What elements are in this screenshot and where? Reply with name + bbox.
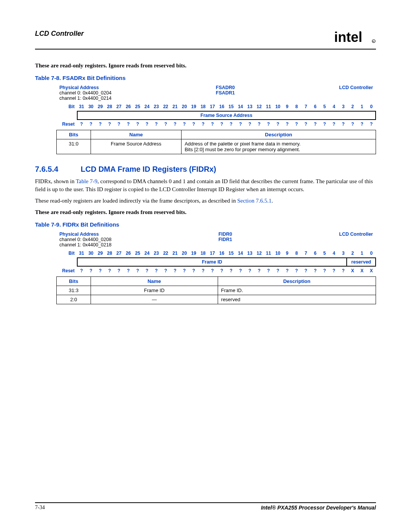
reset-val: ? (357, 120, 367, 128)
reset-val: ? (86, 267, 96, 275)
table8-module: LCD Controller (339, 85, 373, 101)
table9-head: Bits Name Description (57, 277, 376, 286)
reset-val: ? (255, 267, 264, 275)
bit-num: 22 (161, 102, 170, 111)
phys-line-0: channel 0: 0x4400_0208 (59, 237, 112, 242)
section-p2: These read-only registers are loaded ind… (35, 197, 376, 204)
bit-num: 24 (142, 102, 152, 111)
bit-num: 16 (217, 102, 226, 111)
bit-num: 3 (339, 249, 348, 257)
reset-val: ? (282, 120, 292, 128)
intro-note: These are read-only registers. Ignore re… (35, 62, 376, 69)
p2a: These read-only registers are loaded ind… (35, 198, 237, 204)
bit-num: 26 (124, 249, 133, 257)
reset-val: ? (339, 267, 348, 275)
bit-num: 11 (264, 249, 273, 257)
col-bits: Bits (57, 277, 91, 286)
reset-val: ? (255, 120, 264, 128)
bit-num: 18 (198, 102, 208, 111)
bit-num: 21 (170, 249, 180, 257)
bit-num: 25 (133, 102, 142, 111)
bit-num: 28 (105, 102, 115, 111)
section-link[interactable]: Section 7.6.5.1 (237, 198, 271, 204)
bit-num: 12 (255, 102, 264, 111)
bit-num: 8 (292, 102, 301, 111)
col-desc: Description (182, 130, 376, 139)
phys-line-1: channel 1: 0x4400_0214 (59, 96, 112, 101)
reset-val: ? (301, 120, 311, 128)
regname-0: FIDR0 (218, 232, 232, 237)
bit-num: 27 (114, 102, 124, 111)
bit-num: 28 (105, 249, 115, 257)
reset-val: ? (329, 120, 339, 128)
table9-caption: Table 7-9. FIDRx Bit Definitions (35, 221, 376, 228)
regname-1: FIDR1 (218, 237, 232, 242)
p2b: . (271, 198, 273, 204)
reset-val: ? (311, 120, 320, 128)
col-desc: Description (218, 277, 376, 286)
table9-bit-ruler: Bit 313029282726252423222120191817161514… (56, 249, 376, 257)
cell-desc: Address of the palette or pixel frame da… (182, 139, 376, 154)
cell-name: Frame ID (91, 286, 218, 295)
reset-val: ? (217, 120, 226, 128)
reset-val: ? (226, 267, 236, 275)
reset-val: ? (264, 120, 273, 128)
reset-val: X (348, 267, 357, 275)
table-row: 31:0 Frame Source Address Address of the… (57, 139, 376, 154)
table-row: 2:0 — reserved (57, 295, 376, 304)
table9-module: LCD Controller (339, 232, 373, 248)
reset-val: ? (273, 120, 283, 128)
reset-val: ? (264, 267, 273, 275)
table9-def: Bits Name Description 31:3 Frame ID Fram… (56, 276, 376, 304)
table9-link[interactable]: Table 7-9 (76, 178, 97, 184)
reset-val: ? (282, 267, 292, 275)
phys-line-0: channel 0: 0x4400_0204 (59, 90, 112, 96)
section-num: 7.6.5.4 (35, 165, 72, 174)
bit-num: 14 (236, 249, 245, 257)
bit-num: 13 (245, 102, 255, 111)
table9-physaddr: Physical Address channel 0: 0x4400_0208 … (59, 232, 112, 248)
table8-regnames: FSADR0 FSADR1 (216, 85, 235, 101)
reset-val: ? (114, 267, 124, 275)
reset-val: ? (133, 120, 142, 128)
bit-num: 17 (208, 249, 217, 257)
reset-val: ? (292, 120, 301, 128)
page-footer: 7-34 Intel® PXA255 Processor Developer's… (35, 502, 376, 511)
table8-caption: Table 7-8. FSADRx Bit Definitions (35, 75, 376, 81)
bit-num: 23 (152, 249, 161, 257)
reset-val: ? (152, 120, 161, 128)
bit-num: 16 (217, 249, 226, 257)
cell-bits: 31:3 (57, 286, 91, 295)
reset-val: ? (180, 120, 189, 128)
reset-val: ? (105, 267, 115, 275)
p1a: FIDRx, shown in (35, 178, 76, 184)
cell-name: Frame Source Address (91, 139, 182, 154)
bit-num: 13 (245, 249, 255, 257)
page-header: LCD Controller intel R (35, 30, 376, 46)
table9-register-block: Physical Address channel 0: 0x4400_0208 … (56, 232, 376, 275)
bit-num: 5 (320, 102, 330, 111)
bit-num: 26 (124, 102, 133, 111)
table8-register-block: Physical Address channel 0: 0x4400_0204 … (56, 85, 376, 128)
bit-num: 12 (255, 249, 264, 257)
bit-num: 10 (273, 102, 283, 111)
doc-title: Intel® PXA255 Processor Developer's Manu… (261, 505, 376, 511)
reset-val: ? (170, 267, 180, 275)
bit-num: 19 (189, 249, 199, 257)
svg-text:intel: intel (334, 30, 362, 45)
reset-val: ? (189, 267, 199, 275)
bit-num: 18 (198, 249, 208, 257)
bit-num: 30 (86, 102, 96, 111)
bit-num: 24 (142, 249, 152, 257)
reset-val: ? (236, 267, 245, 275)
bit-num: 7 (301, 249, 311, 257)
bit-num: 29 (96, 249, 105, 257)
reset-val: ? (273, 267, 283, 275)
bit-num: 9 (282, 102, 292, 111)
cell-bits: 2:0 (57, 295, 91, 304)
table8-physaddr: Physical Address channel 0: 0x4400_0204 … (59, 85, 112, 101)
cell-bits: 31:0 (57, 139, 91, 154)
cell-desc: reserved (218, 295, 376, 304)
reset-val: ? (142, 120, 152, 128)
section-title: LCD DMA Frame ID Registers (FIDRx) (81, 165, 216, 174)
